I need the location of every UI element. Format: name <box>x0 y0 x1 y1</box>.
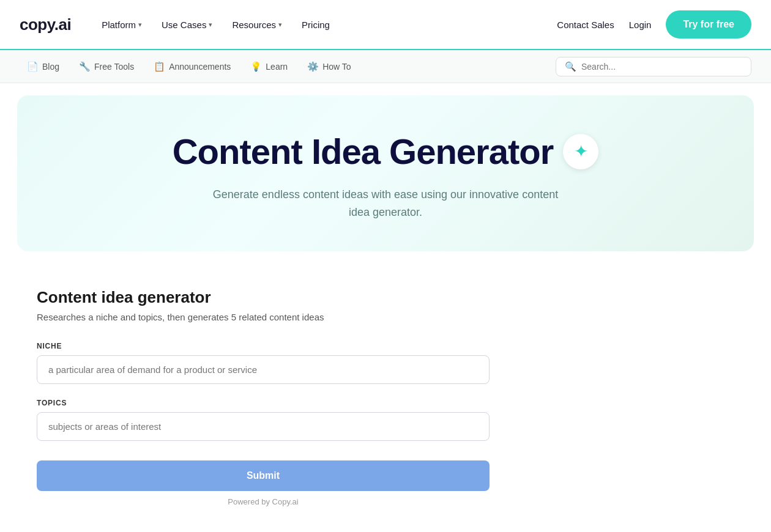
learn-icon: 💡 <box>250 61 262 72</box>
subnav-announcements[interactable]: 📋 Announcements <box>146 57 238 76</box>
subnav-how-to[interactable]: ⚙️ How To <box>300 57 358 76</box>
search-icon: 🔍 <box>565 61 576 72</box>
niche-field-group: NICHE <box>37 342 636 384</box>
submit-button[interactable]: Submit <box>37 460 490 491</box>
main-nav: Platform ▾ Use Cases ▾ Resources ▾ Prici… <box>93 15 557 35</box>
tools-icon: 🔧 <box>79 61 91 72</box>
main-header: copy.ai Platform ▾ Use Cases ▾ Resources… <box>0 0 771 50</box>
subnav-blog[interactable]: 📄 Blog <box>20 57 67 76</box>
blog-icon: 📄 <box>27 61 39 72</box>
tool-title: Content idea generator <box>37 288 636 307</box>
logo[interactable]: copy.ai <box>20 15 71 34</box>
hero-subtitle: Generate endless content ideas with ease… <box>202 186 569 221</box>
try-free-button[interactable]: Try for free <box>666 10 751 39</box>
nav-right: Contact Sales Login Try for free <box>557 10 751 39</box>
search-input[interactable] <box>581 62 742 72</box>
chevron-down-icon: ▾ <box>138 21 142 29</box>
subnav-free-tools[interactable]: 🔧 Free Tools <box>72 57 141 76</box>
topics-field-group: TOPICS <box>37 399 636 441</box>
main-content: Content idea generator Researches a nich… <box>0 264 673 531</box>
sparkle-icon: ✦ <box>574 141 588 161</box>
topics-label: TOPICS <box>37 399 636 407</box>
niche-label: NICHE <box>37 342 636 350</box>
sparkle-badge: ✦ <box>563 134 598 169</box>
nav-pricing[interactable]: Pricing <box>293 15 338 35</box>
nav-platform[interactable]: Platform ▾ <box>93 15 151 35</box>
powered-by-text: Powered by Copy.ai <box>37 497 490 506</box>
subnav-learn[interactable]: 💡 Learn <box>243 57 295 76</box>
login-button[interactable]: Login <box>629 20 652 30</box>
chevron-down-icon: ▾ <box>278 21 282 29</box>
hero-title: Content Idea Generator <box>173 132 554 171</box>
sub-nav: 📄 Blog 🔧 Free Tools 📋 Announcements 💡 Le… <box>0 50 771 83</box>
nav-resources[interactable]: Resources ▾ <box>223 15 291 35</box>
contact-sales-link[interactable]: Contact Sales <box>557 20 614 30</box>
search-bar: 🔍 <box>556 57 751 76</box>
tool-description: Researches a niche and topics, then gene… <box>37 312 636 322</box>
howto-icon: ⚙️ <box>307 61 319 72</box>
niche-input[interactable] <box>37 355 490 384</box>
topics-input[interactable] <box>37 412 490 441</box>
chevron-down-icon: ▾ <box>209 21 212 29</box>
announcements-icon: 📋 <box>154 61 165 72</box>
hero-title-row: Content Idea Generator ✦ <box>42 132 729 171</box>
nav-use-cases[interactable]: Use Cases ▾ <box>153 15 221 35</box>
hero-section: Content Idea Generator ✦ Generate endles… <box>17 95 754 251</box>
